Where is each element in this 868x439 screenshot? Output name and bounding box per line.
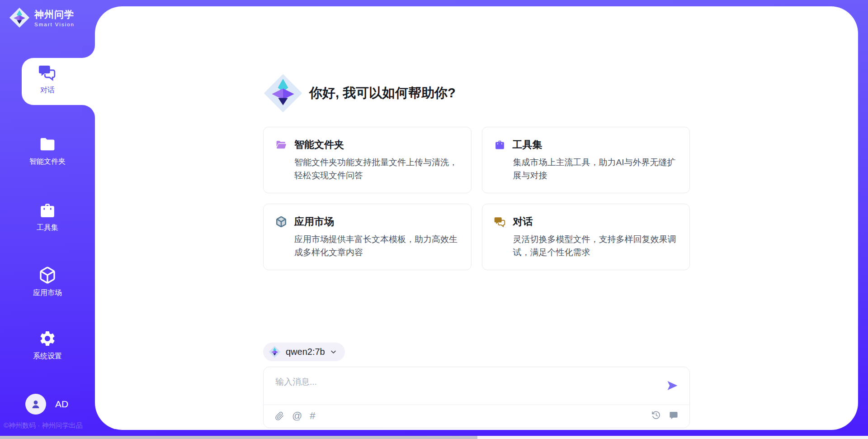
card-description: 智能文件夹功能支持批量文件上传与清洗，轻松实现文件问答 xyxy=(275,156,459,182)
model-selector[interactable]: qwen2:7b xyxy=(263,343,345,361)
main-panel: 你好, 我可以如何帮助你? 智能文件夹 智能文件夹功能支持批量文件上传与清洗，轻… xyxy=(95,6,858,430)
model-name: qwen2:7b xyxy=(286,347,325,357)
card-title: 工具集 xyxy=(513,138,542,152)
cube-grid-icon xyxy=(275,216,287,228)
tab-notch-top xyxy=(82,45,95,58)
card-title: 应用市场 xyxy=(294,215,334,229)
composer-divider xyxy=(264,405,689,405)
brand-diamond-icon xyxy=(9,7,30,28)
user-profile[interactable]: AD xyxy=(25,394,68,415)
chevron-down-icon xyxy=(330,348,337,355)
greeting-title: 你好, 我可以如何帮助你? xyxy=(309,84,456,102)
sidebar-item-chat[interactable]: 对话 xyxy=(0,63,95,95)
sidebar-item-label: 应用市场 xyxy=(33,288,62,298)
card-title: 智能文件夹 xyxy=(294,138,344,152)
send-button[interactable] xyxy=(666,379,679,392)
user-label: AD xyxy=(55,399,68,410)
briefcase-icon xyxy=(38,202,57,219)
sidebar-item-toolset[interactable]: 工具集 xyxy=(0,202,95,233)
sidebar-item-settings[interactable]: 系统设置 xyxy=(0,329,95,361)
folder-icon xyxy=(38,137,57,153)
card-description: 集成市场上主流工具，助力AI与外界无缝扩展与对接 xyxy=(494,156,678,182)
folder-open-icon xyxy=(275,139,287,150)
message-composer: @ # xyxy=(263,367,690,428)
sidebar-item-label: 智能文件夹 xyxy=(29,157,66,167)
mention-icon[interactable]: @ xyxy=(292,410,302,422)
chat-bubbles-icon xyxy=(494,216,506,228)
card-description: 灵活切换多模型文件，支持多样回复效果调试，满足个性化需求 xyxy=(494,233,678,259)
card-chat[interactable]: 对话 灵活切换多模型文件，支持多样回复效果调试，满足个性化需求 xyxy=(482,204,690,270)
attachment-icon[interactable] xyxy=(274,410,284,421)
scrollbar-thumb[interactable] xyxy=(0,436,477,439)
card-app-market[interactable]: 应用市场 应用市场提供丰富长文本模板，助力高效生成多样化文章内容 xyxy=(263,204,472,270)
message-input[interactable] xyxy=(274,375,656,401)
hashtag-icon[interactable]: # xyxy=(310,410,315,422)
card-smart-folder[interactable]: 智能文件夹 智能文件夹功能支持批量文件上传与清洗，轻松实现文件问答 xyxy=(263,127,472,193)
history-icon[interactable] xyxy=(651,410,661,420)
sidebar-item-label: 系统设置 xyxy=(33,352,62,361)
briefcase-icon xyxy=(494,139,505,150)
tab-notch-bottom xyxy=(82,105,95,118)
card-description: 应用市场提供丰富长文本模板，助力高效生成多样化文章内容 xyxy=(275,233,459,259)
sidebar-item-app-market[interactable]: 应用市场 xyxy=(0,266,95,298)
chat-bubbles-icon xyxy=(38,63,57,81)
sidebar-item-label: 工具集 xyxy=(37,223,58,233)
sidebar: 神州问学 Smart Vision 对话 智能文件夹 xyxy=(0,0,95,439)
horizontal-scrollbar[interactable] xyxy=(0,436,868,439)
feedback-chat-icon[interactable] xyxy=(669,410,679,420)
gear-icon xyxy=(38,329,57,348)
sidebar-item-label: 对话 xyxy=(40,86,55,95)
model-diamond-icon xyxy=(269,346,281,358)
sidebar-item-smart-folder[interactable]: 智能文件夹 xyxy=(0,137,95,167)
card-toolset[interactable]: 工具集 集成市场上主流工具，助力AI与外界无缝扩展与对接 xyxy=(482,127,690,193)
brand: 神州问学 Smart Vision xyxy=(9,7,75,28)
cube-icon xyxy=(38,266,57,284)
avatar xyxy=(25,394,46,415)
greeting: 你好, 我可以如何帮助你? xyxy=(263,72,690,114)
greeting-diamond-icon xyxy=(263,73,303,113)
card-title: 对话 xyxy=(513,215,533,229)
brand-title: 神州问学 xyxy=(34,8,75,21)
feature-cards: 智能文件夹 智能文件夹功能支持批量文件上传与清洗，轻松实现文件问答 工具集 集成… xyxy=(263,127,690,270)
sidebar-footer: ©神州数码 · 神州问学出品 xyxy=(4,421,96,430)
brand-subtitle: Smart Vision xyxy=(34,22,75,27)
